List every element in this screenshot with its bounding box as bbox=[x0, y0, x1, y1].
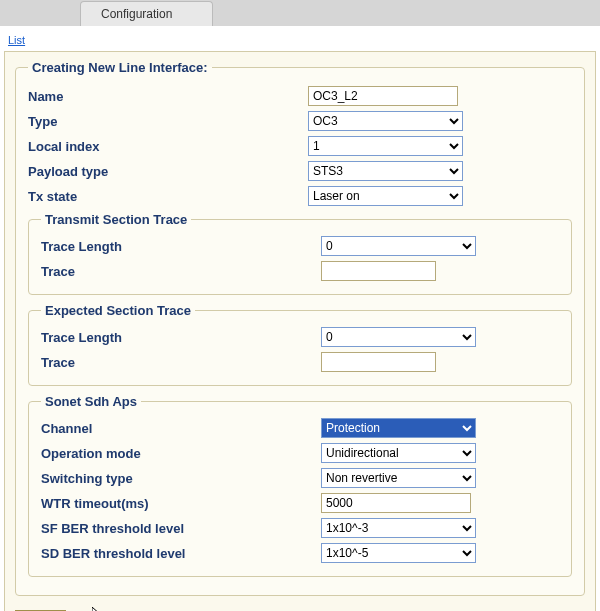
sd-ber-select[interactable]: 1x10^-5 bbox=[321, 543, 476, 563]
transmit-section-trace-group: Transmit Section Trace Trace Length 0 Tr… bbox=[28, 212, 572, 295]
name-label: Name bbox=[28, 89, 308, 104]
sf-ber-label: SF BER threshold level bbox=[41, 521, 321, 536]
tx-trace-length-select[interactable]: 0 bbox=[321, 236, 476, 256]
wtr-timeout-label: WTR timeout(ms) bbox=[41, 496, 321, 511]
expected-section-trace-legend: Expected Section Trace bbox=[41, 303, 195, 318]
exp-trace-label: Trace bbox=[41, 355, 321, 370]
name-input[interactable] bbox=[308, 86, 458, 106]
channel-select[interactable]: Protection bbox=[321, 418, 476, 438]
tx-state-label: Tx state bbox=[28, 189, 308, 204]
new-line-interface-legend: Creating New Line Interface: bbox=[28, 60, 212, 75]
list-link[interactable]: List bbox=[8, 34, 25, 46]
type-label: Type bbox=[28, 114, 308, 129]
tab-configuration[interactable]: Configuration bbox=[80, 1, 213, 26]
channel-label: Channel bbox=[41, 421, 321, 436]
switching-type-label: Switching type bbox=[41, 471, 321, 486]
cursor-icon bbox=[92, 607, 104, 611]
transmit-section-trace-legend: Transmit Section Trace bbox=[41, 212, 191, 227]
sf-ber-select[interactable]: 1x10^-3 bbox=[321, 518, 476, 538]
expected-section-trace-group: Expected Section Trace Trace Length 0 Tr… bbox=[28, 303, 572, 386]
main-panel: Creating New Line Interface: Name Type O… bbox=[4, 51, 596, 611]
local-index-label: Local index bbox=[28, 139, 308, 154]
sd-ber-label: SD BER threshold level bbox=[41, 546, 321, 561]
tx-state-select[interactable]: Laser on bbox=[308, 186, 463, 206]
tx-trace-input[interactable] bbox=[321, 261, 436, 281]
switching-type-select[interactable]: Non revertive bbox=[321, 468, 476, 488]
payload-type-label: Payload type bbox=[28, 164, 308, 179]
operation-mode-select[interactable]: Unidirectional bbox=[321, 443, 476, 463]
exp-trace-length-select[interactable]: 0 bbox=[321, 327, 476, 347]
payload-type-select[interactable]: STS3 bbox=[308, 161, 463, 181]
exp-trace-input[interactable] bbox=[321, 352, 436, 372]
sonet-sdh-aps-legend: Sonet Sdh Aps bbox=[41, 394, 141, 409]
tx-trace-length-label: Trace Length bbox=[41, 239, 321, 254]
link-bar: List bbox=[0, 26, 600, 51]
local-index-select[interactable]: 1 bbox=[308, 136, 463, 156]
type-select[interactable]: OC3 bbox=[308, 111, 463, 131]
header-bar: Configuration bbox=[0, 0, 600, 26]
wtr-timeout-input[interactable] bbox=[321, 493, 471, 513]
exp-trace-length-label: Trace Length bbox=[41, 330, 321, 345]
sonet-sdh-aps-group: Sonet Sdh Aps Channel Protection Operati… bbox=[28, 394, 572, 577]
operation-mode-label: Operation mode bbox=[41, 446, 321, 461]
tx-trace-label: Trace bbox=[41, 264, 321, 279]
new-line-interface-group: Creating New Line Interface: Name Type O… bbox=[15, 60, 585, 596]
